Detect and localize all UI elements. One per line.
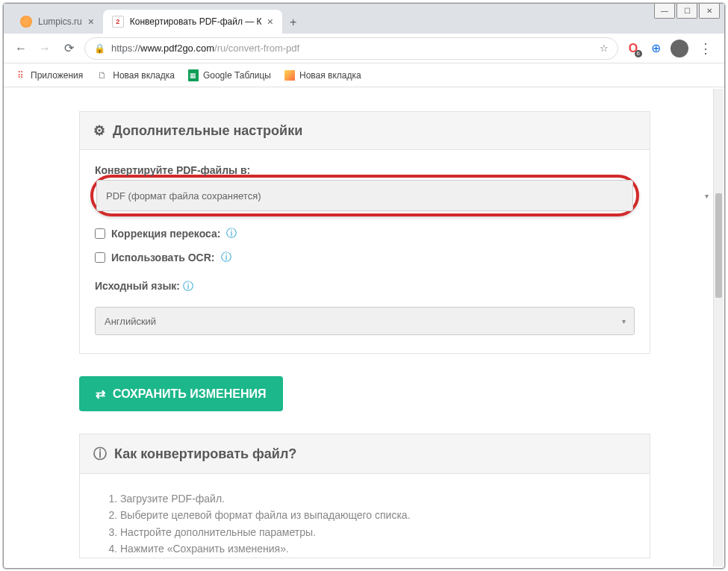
help-step: Нажмите «Сохранить изменения». — [120, 540, 635, 557]
bookmark-newtab2[interactable]: Новая вкладка — [284, 70, 361, 81]
format-select[interactable]: PDF (формат файла сохраняется) — [96, 180, 633, 211]
extension-opera[interactable]: O 6 — [626, 41, 641, 56]
deskew-label: Коррекция перекоса: — [111, 228, 220, 240]
favicon-pdf2go: 2 — [112, 16, 124, 28]
help-panel: ⓘ Как конвертировать файл? Загрузите PDF… — [79, 434, 650, 558]
convert-label: Конвертируйте PDF-файлы в: — [95, 164, 250, 176]
format-highlight-ring: PDF (формат файла сохраняется) — [90, 175, 639, 216]
info-icon[interactable]: ⓘ — [183, 280, 193, 292]
scrollbar-track[interactable] — [713, 89, 724, 567]
bookmark-label: Google Таблицы — [203, 70, 271, 81]
apps-grid-icon: ⠿ — [14, 69, 26, 81]
bookmark-apps[interactable]: ⠿ Приложения — [14, 69, 83, 81]
save-button[interactable]: ⇄ СОХРАНИТЬ ИЗМЕНЕНИЯ — [79, 376, 283, 411]
lock-icon: 🔒 — [94, 43, 105, 54]
fade-overlay — [4, 558, 718, 567]
source-lang-label: Исходный язык: — [95, 280, 180, 292]
tab-bar: Lumpics.ru × 2 Конвертировать PDF-файл —… — [4, 4, 724, 34]
url-input[interactable]: 🔒 https:// www.pdf2go.com /ru/convert-fr… — [84, 37, 618, 60]
help-step: Загрузите PDF-файл. — [120, 490, 635, 507]
source-lang-select[interactable]: Английский — [95, 307, 635, 335]
format-value: PDF (формат файла сохраняется) — [106, 190, 261, 202]
bookmarks-bar: ⠿ Приложения 🗋 Новая вкладка ▦ Google Та… — [4, 63, 724, 87]
address-bar: ← → ⟳ 🔒 https:// www.pdf2go.com /ru/conv… — [4, 34, 724, 63]
profile-avatar[interactable] — [671, 40, 688, 57]
maximize-button[interactable]: ☐ — [676, 4, 697, 19]
help-panel-header: ⓘ Как конвертировать файл? — [80, 434, 650, 474]
panel-title: Дополнительные настройки — [113, 123, 302, 139]
deskew-checkbox[interactable] — [95, 228, 105, 239]
swap-arrows-icon: ⇄ — [96, 387, 105, 401]
page-icon — [284, 70, 295, 81]
settings-panel-header: ⚙ Дополнительные настройки — [80, 112, 650, 150]
close-window-button[interactable]: ✕ — [699, 4, 720, 19]
tab-label: Lumpics.ru — [38, 16, 82, 27]
bookmark-newtab1[interactable]: 🗋 Новая вкладка — [96, 69, 175, 81]
help-steps-list: Загрузите PDF-файл. Выберите целевой фор… — [95, 487, 635, 558]
window-controls: — ☐ ✕ — [654, 4, 720, 19]
sheets-icon: ▦ — [188, 69, 199, 81]
ocr-label: Использовать OCR: — [111, 252, 215, 263]
tab-label: Конвертировать PDF-файл — К — [130, 16, 261, 27]
save-button-label: СОХРАНИТЬ ИЗМЕНЕНИЯ — [113, 387, 267, 401]
browser-menu-button[interactable]: ⋮ — [696, 40, 715, 57]
favicon-lumpics — [20, 16, 32, 28]
minimize-button[interactable]: — — [654, 4, 675, 19]
info-icon[interactable]: ⓘ — [221, 251, 231, 264]
gears-icon: ⚙ — [93, 122, 105, 139]
new-tab-button[interactable]: + — [282, 11, 304, 34]
tab-pdf2go[interactable]: 2 Конвертировать PDF-файл — К × — [103, 10, 282, 34]
settings-panel: ⚙ Дополнительные настройки Конвертируйте… — [79, 111, 650, 354]
bookmark-label: Новая вкладка — [299, 70, 361, 81]
url-scheme: https:// — [111, 43, 140, 54]
info-icon[interactable]: ⓘ — [226, 227, 237, 240]
url-host: www.pdf2go.com — [140, 43, 214, 54]
page-viewport: ⚙ Дополнительные настройки Конвертируйте… — [4, 89, 718, 567]
url-path: /ru/convert-from-pdf — [214, 43, 299, 54]
page-icon: 🗋 — [96, 69, 108, 81]
source-lang-value: Английский — [105, 316, 156, 327]
close-tab-icon[interactable]: × — [267, 16, 273, 28]
bookmark-label: Приложения — [31, 70, 83, 81]
tab-lumpics[interactable]: Lumpics.ru × — [11, 10, 103, 34]
extension-globe[interactable]: ⊕ — [648, 41, 663, 56]
badge-count: 6 — [635, 50, 642, 57]
scrollbar-thumb[interactable] — [715, 193, 722, 298]
back-button[interactable]: ← — [13, 40, 29, 57]
info-icon: ⓘ — [93, 445, 107, 463]
bookmark-sheets[interactable]: ▦ Google Таблицы — [188, 69, 271, 81]
help-title: Как конвертировать файл? — [114, 446, 296, 462]
reload-button[interactable]: ⟳ — [60, 40, 77, 57]
star-icon[interactable]: ☆ — [600, 43, 609, 54]
bookmark-label: Новая вкладка — [113, 70, 175, 81]
help-step: Настройте дополнительные параметры. — [120, 524, 635, 540]
forward-button[interactable]: → — [37, 40, 53, 57]
ocr-checkbox[interactable] — [95, 252, 105, 263]
close-tab-icon[interactable]: × — [88, 16, 94, 28]
help-step: Выберите целевой формат файла из выпадаю… — [120, 507, 635, 523]
